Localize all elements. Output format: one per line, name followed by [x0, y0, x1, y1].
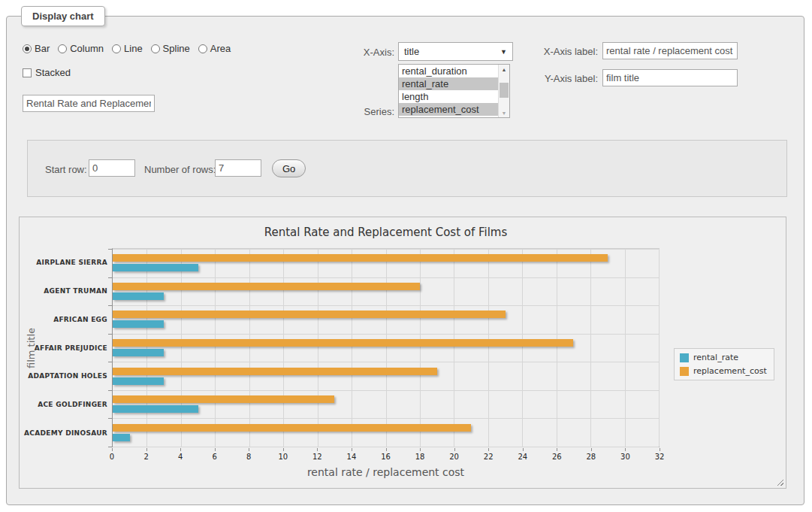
y-tick-mark — [108, 334, 112, 335]
y-category-label: AGENT TRUMAN — [20, 277, 107, 305]
stacked-label: Stacked — [35, 67, 71, 78]
plot-area — [112, 248, 660, 447]
y-tick-mark — [108, 362, 112, 362]
series-option-rental_rate[interactable]: rental_rate — [399, 77, 498, 90]
bar-group — [113, 249, 659, 277]
series-option-rental_duration[interactable]: rental_duration — [399, 65, 498, 77]
x-tick-label: 12 — [312, 453, 322, 461]
bar-rental_rate — [113, 405, 198, 413]
chart-type-radio-spline[interactable]: Spline — [151, 43, 190, 54]
legend-item-replacement_cost: replacement_cost — [680, 366, 767, 376]
x-tick-mark — [420, 448, 421, 451]
bar-rental_rate — [113, 377, 164, 385]
x-axis-select-label: X-Axis: — [342, 47, 394, 58]
chart-type-radio-column[interactable]: Column — [58, 43, 104, 54]
scroll-down-icon[interactable]: ▼ — [499, 108, 509, 117]
series-listbox[interactable]: rental_durationrental_ratelengthreplacem… — [398, 64, 510, 118]
series-option-replacement_cost[interactable]: replacement_cost — [399, 103, 498, 116]
x-tick-label: 22 — [484, 453, 494, 461]
radio-icon[interactable] — [198, 44, 207, 53]
x-tick-mark — [249, 448, 249, 451]
chart-legend: rental_ratereplacement_cost — [674, 348, 774, 380]
stacked-checkbox[interactable] — [23, 68, 32, 77]
radio-icon[interactable] — [151, 44, 160, 53]
x-tick-mark — [523, 448, 524, 451]
bar-rental_rate — [113, 292, 164, 300]
x-tick-label: 18 — [415, 453, 425, 461]
bar-group — [113, 362, 659, 390]
bar-replacement_cost — [113, 311, 506, 318]
gridline — [113, 447, 659, 447]
num-rows-input[interactable] — [215, 159, 261, 177]
bar-replacement_cost — [113, 395, 334, 403]
y-axis-label-field-label: Y-Axis label: — [530, 73, 598, 84]
x-axis-selected-value: title — [404, 46, 419, 57]
scroll-up-icon[interactable]: ▲ — [499, 65, 509, 74]
bar-group — [113, 305, 659, 334]
chart-type-radio-line[interactable]: Line — [112, 43, 143, 54]
x-tick-mark — [180, 448, 181, 451]
x-tick-mark — [283, 448, 284, 451]
x-tick-label: 16 — [381, 453, 391, 461]
x-tick-mark — [317, 448, 318, 451]
y-category-label: ACE GOLDFINGER — [20, 390, 107, 419]
start-row-label: Start row: — [45, 164, 87, 175]
bar-group — [113, 390, 659, 419]
chart-container: Rental Rate and Replacement Cost of Film… — [19, 217, 786, 489]
x-tick-mark — [352, 448, 352, 451]
legend-label: replacement_cost — [693, 366, 767, 376]
radio-icon[interactable] — [112, 44, 121, 53]
bar-rental_rate — [113, 349, 164, 356]
x-tick-label: 8 — [246, 453, 251, 461]
x-tick-mark — [146, 448, 147, 451]
y-tick-mark — [108, 277, 112, 278]
x-axis-label-input[interactable] — [602, 42, 738, 59]
radio-icon[interactable] — [23, 44, 32, 53]
chart-type-radio-area[interactable]: Area — [198, 43, 231, 54]
chart-type-label: Spline — [163, 43, 190, 54]
x-tick-mark — [215, 448, 216, 451]
chart-type-label: Bar — [35, 43, 50, 54]
x-axis-label-field-label: X-Axis label: — [530, 46, 598, 57]
bar-rental_rate — [113, 264, 198, 271]
chart-type-radio-bar[interactable]: Bar — [23, 43, 50, 54]
x-tick-label: 20 — [449, 453, 459, 461]
x-tick-mark — [112, 448, 113, 451]
bar-group — [113, 418, 659, 447]
bar-replacement_cost — [113, 368, 437, 375]
y-tick-mark — [108, 447, 112, 447]
resize-handle-icon[interactable] — [775, 477, 783, 486]
series-options: rental_durationrental_ratelengthreplacem… — [399, 65, 498, 117]
x-tick-label: 4 — [178, 453, 183, 461]
go-button-label: Go — [282, 163, 295, 174]
go-button[interactable]: Go — [272, 159, 306, 177]
scrollbar-thumb[interactable] — [500, 83, 509, 98]
bar-rental_rate — [113, 320, 164, 328]
x-tick-mark — [591, 448, 592, 451]
stacked-option[interactable]: Stacked — [23, 67, 71, 78]
x-tick-mark — [454, 448, 455, 451]
legend-label: rental_rate — [693, 353, 738, 362]
x-tick-label: 14 — [347, 453, 357, 461]
x-tick-label: 26 — [552, 453, 562, 461]
gridline — [659, 249, 660, 447]
chart-x-axis-title: rental rate / replacement cost — [112, 466, 660, 478]
x-axis-select[interactable]: title ▼ — [398, 42, 513, 61]
chart-type-label: Column — [70, 43, 104, 54]
y-tick-mark — [108, 418, 112, 419]
legend-item-rental_rate: rental_rate — [680, 353, 767, 362]
y-axis-label-input[interactable] — [602, 69, 738, 86]
chart-title-input[interactable] — [23, 95, 155, 112]
bar-group — [113, 277, 659, 306]
x-tick-label: 24 — [518, 453, 527, 461]
page: Display chart BarColumnLineSplineArea St… — [0, 0, 812, 512]
radio-icon[interactable] — [58, 44, 67, 53]
x-tick-label: 6 — [213, 453, 217, 461]
start-row-input[interactable] — [89, 159, 135, 177]
legend-swatch-icon — [680, 367, 689, 376]
series-scrollbar[interactable]: ▲ ▼ — [498, 65, 509, 117]
bar-replacement_cost — [113, 424, 471, 432]
series-option-length[interactable]: length — [399, 90, 498, 103]
y-category-label: ADAPTATION HOLES — [20, 362, 107, 390]
chart-type-label: Line — [124, 43, 143, 54]
